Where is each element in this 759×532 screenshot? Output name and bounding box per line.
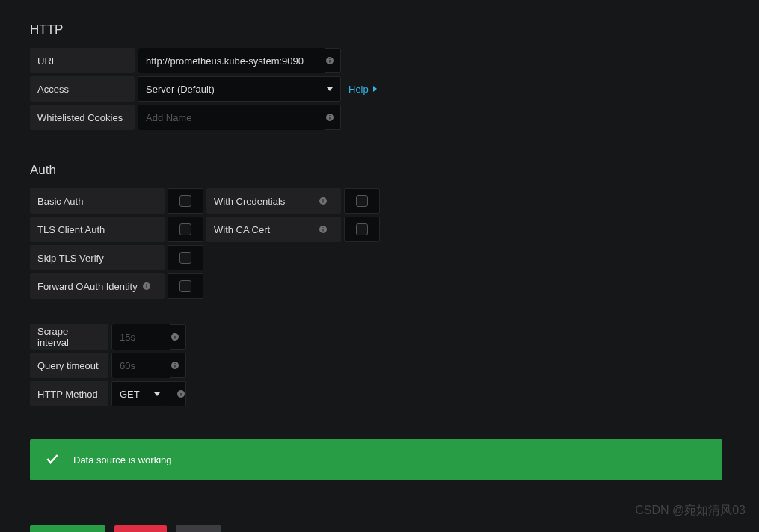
cookies-input-wrap — [138, 105, 341, 130]
http-method-value: GET — [120, 389, 140, 400]
help-text: Help — [348, 84, 369, 95]
url-input-wrap — [138, 48, 341, 73]
info-icon[interactable] — [319, 225, 334, 234]
with-credentials-checkbox[interactable] — [344, 188, 380, 214]
basic-auth-label: Basic Auth — [30, 188, 165, 214]
forward-oauth-checkbox[interactable] — [168, 273, 203, 299]
query-timeout-wrap — [111, 353, 186, 378]
svg-rect-16 — [175, 336, 176, 339]
scrape-interval-input[interactable] — [112, 324, 170, 350]
forward-oauth-label: Forward OAuth Identity — [30, 273, 165, 299]
success-alert: Data source is working — [30, 439, 722, 480]
access-select[interactable]: Server (Default) — [138, 76, 341, 102]
info-icon[interactable] — [325, 113, 340, 122]
svg-rect-14 — [147, 284, 147, 285]
http-section-title: HTTP — [30, 22, 729, 37]
access-value: Server (Default) — [146, 84, 215, 95]
scrape-input-wrap — [111, 324, 186, 350]
svg-rect-19 — [175, 365, 176, 368]
save-test-button[interactable]: Save & Test — [30, 525, 105, 532]
caret-right-icon — [373, 86, 377, 92]
check-icon — [45, 451, 60, 468]
basic-auth-checkbox[interactable] — [168, 188, 203, 214]
help-link[interactable]: Help — [341, 76, 384, 102]
svg-rect-23 — [181, 392, 182, 392]
svg-rect-2 — [330, 58, 331, 59]
with-ca-cert-label: With CA Cert — [206, 217, 341, 242]
access-label: Access — [30, 76, 135, 102]
skip-tls-checkbox[interactable] — [168, 245, 203, 270]
svg-rect-22 — [181, 393, 182, 396]
scrape-interval-label: Scrape interval — [30, 324, 108, 350]
url-label: URL — [30, 48, 135, 73]
watermark: CSDN @宛如清风03 — [635, 503, 746, 519]
info-icon[interactable] — [325, 56, 340, 65]
query-timeout-input[interactable] — [112, 353, 170, 378]
svg-rect-5 — [330, 115, 331, 116]
cookies-label: Whitelisted Cookies — [30, 105, 135, 130]
http-method-label: HTTP Method — [30, 381, 108, 406]
query-timeout-label: Query timeout — [30, 353, 108, 378]
svg-rect-1 — [330, 60, 331, 63]
delete-button[interactable]: Delete — [114, 525, 167, 532]
tls-client-auth-label: TLS Client Auth — [30, 217, 165, 242]
svg-rect-11 — [323, 227, 324, 228]
svg-rect-20 — [175, 363, 176, 364]
info-icon[interactable] — [319, 197, 334, 205]
with-credentials-label: With Credentials — [206, 188, 341, 214]
auth-section-title: Auth — [30, 163, 729, 178]
svg-rect-7 — [323, 200, 324, 203]
cookies-input[interactable] — [138, 105, 325, 130]
svg-rect-10 — [323, 229, 324, 232]
svg-rect-17 — [175, 335, 176, 335]
skip-tls-label: Skip TLS Verify — [30, 245, 165, 270]
svg-rect-8 — [323, 199, 324, 200]
tls-client-auth-checkbox[interactable] — [168, 217, 203, 242]
back-button[interactable]: Back — [176, 525, 221, 532]
http-method-select[interactable]: GET — [111, 381, 168, 406]
svg-rect-13 — [147, 285, 147, 288]
caret-down-icon — [154, 392, 160, 396]
url-input[interactable] — [138, 48, 325, 73]
alert-message: Data source is working — [73, 454, 172, 466]
svg-rect-4 — [330, 117, 331, 120]
info-icon[interactable] — [142, 282, 157, 291]
info-icon[interactable] — [170, 332, 185, 341]
info-icon[interactable] — [170, 361, 185, 370]
with-ca-cert-checkbox[interactable] — [344, 217, 380, 242]
info-icon[interactable] — [176, 389, 185, 398]
caret-down-icon — [327, 87, 333, 91]
